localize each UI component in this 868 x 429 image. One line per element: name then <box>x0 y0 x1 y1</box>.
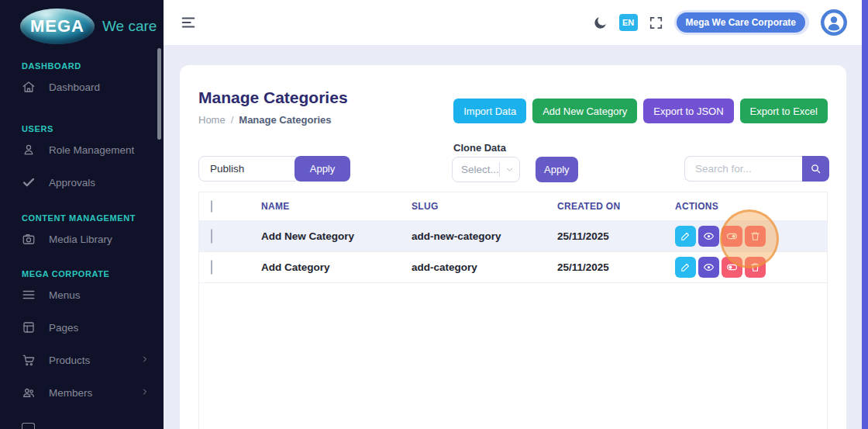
dark-mode-icon[interactable] <box>592 15 608 31</box>
clone-apply-button[interactable]: Apply <box>536 157 578 182</box>
cell-slug: add-category <box>412 261 557 273</box>
publish-toggle-button[interactable] <box>722 226 742 247</box>
sidebar-item-label: Products <box>49 355 90 366</box>
pencil-icon <box>680 261 691 273</box>
breadcrumb: Home / Manage Categories <box>198 114 348 126</box>
select-placeholder: Select... <box>453 164 499 175</box>
clone-data-select[interactable]: Select... <box>452 157 520 182</box>
column-header-name: NAME <box>261 201 412 212</box>
cell-name: Add Category <box>261 261 412 273</box>
people-icon <box>22 386 36 400</box>
org-switcher: Mega We Care Corporate <box>674 10 809 35</box>
import-data-button[interactable]: Import Data <box>453 99 526 123</box>
sidebar-item-role-management[interactable]: Role Management <box>0 133 164 166</box>
sidebar-item-label: Media Library <box>49 234 112 245</box>
partial-sidebar-icon <box>22 423 35 429</box>
main-content: Manage Categories Home / Manage Categori… <box>164 46 862 429</box>
section-label-mega-corporate: MEGA CORPORATE <box>22 269 164 279</box>
breadcrumb-home[interactable]: Home <box>198 114 226 126</box>
sidebar-item-label: Members <box>49 387 92 399</box>
sidebar-item-dashboard[interactable]: Dashboard <box>0 71 164 103</box>
topbar: EN Mega We Care Corporate <box>164 0 862 46</box>
cell-name: Add New Category <box>261 230 412 242</box>
sidebar: MEGA We care DASHBOARD Dashboard USERS R… <box>0 0 164 429</box>
list-icon <box>22 288 36 302</box>
breadcrumb-separator: / <box>231 114 234 126</box>
toggle-off-icon <box>726 261 738 273</box>
cell-created-on: 25/11/2025 <box>557 261 675 273</box>
add-new-category-button[interactable]: Add New Category <box>532 99 637 123</box>
sidebar-item-members[interactable]: Members <box>0 376 164 409</box>
cart-icon <box>22 353 36 367</box>
table-row: Add Category add-category 25/11/2025 <box>199 252 827 283</box>
page-title: Manage Categories <box>198 88 348 107</box>
language-badge[interactable]: EN <box>619 14 638 31</box>
cell-created-on: 25/11/2025 <box>557 230 675 242</box>
sidebar-item-label: Menus <box>49 289 81 301</box>
view-button[interactable] <box>698 257 719 278</box>
sidebar-item-menus[interactable]: Menus <box>0 279 164 311</box>
sidebar-item-products[interactable]: Products <box>0 344 164 376</box>
fullscreen-icon[interactable] <box>649 16 663 30</box>
clone-data-group: Clone Data Select... Apply <box>452 142 578 182</box>
chevron-down-icon <box>500 165 519 174</box>
sidebar-item-label: Role Management <box>49 144 134 156</box>
table-row: Add New Category add-new-category 25/11/… <box>199 221 827 252</box>
trash-icon <box>749 230 761 242</box>
org-button[interactable]: Mega We Care Corporate <box>677 12 805 33</box>
eye-icon <box>703 261 715 273</box>
search-icon <box>810 163 822 175</box>
manage-categories-card: Manage Categories Home / Manage Categori… <box>180 65 846 429</box>
select-all-checkbox[interactable] <box>211 200 212 213</box>
brand-tagline: We care <box>102 18 157 35</box>
export-excel-button[interactable]: Export to Excel <box>740 99 828 123</box>
view-button[interactable] <box>698 226 719 247</box>
table-header-row: NAME SLUG CREATED ON ACTIONS <box>199 192 827 221</box>
sidebar-item-label: Dashboard <box>49 81 100 93</box>
menu-toggle-icon[interactable] <box>180 14 197 31</box>
cell-slug: add-new-category <box>412 230 557 242</box>
row-checkbox[interactable] <box>211 229 212 244</box>
sidebar-item-pages[interactable]: Pages <box>0 311 164 344</box>
layout-icon <box>22 320 36 334</box>
user-avatar[interactable] <box>820 9 848 36</box>
clone-data-label: Clone Data <box>453 142 578 154</box>
export-json-button[interactable]: Export to JSON <box>643 99 733 123</box>
publish-filter-group: Apply <box>198 156 350 182</box>
delete-button[interactable] <box>745 257 766 278</box>
column-header-slug: SLUG <box>412 201 557 212</box>
publish-filter-input[interactable] <box>198 156 301 182</box>
search-group <box>684 156 829 182</box>
sidebar-scrollbar[interactable] <box>157 48 161 140</box>
edit-button[interactable] <box>675 257 696 278</box>
sidebar-item-approvals[interactable]: Approvals <box>0 166 164 199</box>
edit-button[interactable] <box>675 226 696 247</box>
search-button[interactable] <box>802 156 829 182</box>
check-icon <box>22 175 36 189</box>
column-header-created: CREATED ON <box>557 201 675 212</box>
section-label-users: USERS <box>22 124 164 133</box>
delete-button[interactable] <box>745 226 766 247</box>
categories-table: NAME SLUG CREATED ON ACTIONS Add New Cat… <box>198 192 828 429</box>
mega-logo-icon: MEGA <box>20 9 95 44</box>
trash-icon <box>749 261 761 273</box>
chevron-right-icon <box>140 355 150 366</box>
publish-apply-button[interactable]: Apply <box>294 156 350 182</box>
column-header-actions: ACTIONS <box>675 201 827 212</box>
user-icon <box>22 143 36 157</box>
search-input[interactable] <box>684 156 802 182</box>
section-label-dashboard: DASHBOARD <box>22 61 164 71</box>
eye-icon <box>703 230 715 242</box>
breadcrumb-current: Manage Categories <box>239 114 331 126</box>
page-scrollbar[interactable] <box>862 0 868 429</box>
logo-text: MEGA <box>30 16 84 36</box>
sidebar-item-media-library[interactable]: Media Library <box>0 223 164 255</box>
sidebar-item-label: Pages <box>49 322 78 334</box>
brand-logo[interactable]: MEGA We care <box>0 0 164 52</box>
publish-toggle-button[interactable] <box>722 257 742 278</box>
row-checkbox[interactable] <box>211 260 212 275</box>
pencil-icon <box>680 230 691 242</box>
camera-icon <box>22 232 36 246</box>
toggle-on-icon <box>726 230 738 242</box>
section-label-content-management: CONTENT MANAGEMENT <box>22 213 164 223</box>
